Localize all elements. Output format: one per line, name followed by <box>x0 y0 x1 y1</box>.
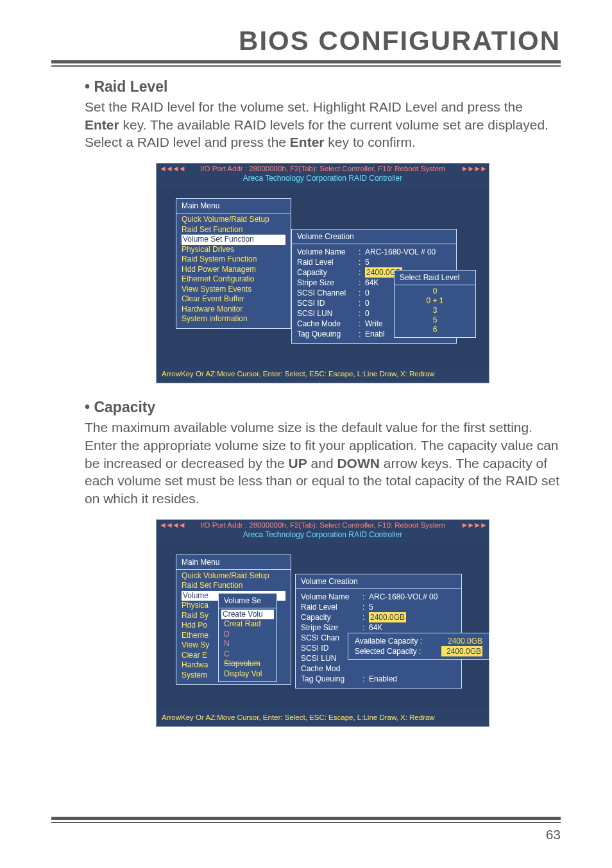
volume-row[interactable]: Raid Level:5 <box>301 602 456 612</box>
menu-item-selected[interactable]: Volume Set Function <box>182 235 285 245</box>
label: Cache Mode <box>297 319 359 329</box>
bios-screenshot-raid-level: ◄◄◄◄ I/O Port Addr : 28000000h, F2(Tab):… <box>156 163 489 383</box>
menu-item[interactable]: View System Events <box>182 285 285 295</box>
volume-set-submenu: Volume Se Create Volu Creat Raid D N C S… <box>218 593 277 683</box>
key-down: DOWN <box>337 456 380 471</box>
submenu-title: Volume Se <box>219 594 276 608</box>
bios-screenshot-capacity: ◄◄◄◄ I/O Port Addr : 28000000h, F2(Tab):… <box>156 519 489 727</box>
label: Stripe Size <box>301 622 362 633</box>
value: 5 <box>369 602 373 612</box>
submenu-item[interactable]: D <box>219 630 276 640</box>
menu-item[interactable]: Quick Volume/Raid Setup <box>182 215 285 225</box>
main-menu-panel: Main Menu Quick Volume/Raid Setup Raid S… <box>176 198 291 329</box>
volume-row[interactable]: Tag Queuing:Enabled <box>301 674 456 684</box>
label: Raid Level <box>301 602 362 612</box>
submenu-item[interactable]: Creat Raid <box>219 619 276 630</box>
bios-topbar: ◄◄◄◄ I/O Port Addr : 28000000h, F2(Tab):… <box>157 520 489 530</box>
label: Capacity <box>301 612 362 622</box>
label: SCSI ID <box>297 298 359 308</box>
volume-row-selected[interactable]: Capacity:2400.0GB <box>301 612 456 622</box>
menu-item[interactable]: Physical Drives <box>182 245 285 255</box>
volume-creation-title: Volume Creation <box>292 230 456 244</box>
label: SCSI LUN <box>297 308 359 319</box>
arrow-right-icon: ►►►► <box>461 164 486 173</box>
label: Available Capacity : <box>355 636 441 646</box>
text: Set the RAID level for the volume set. H… <box>85 99 523 114</box>
volume-creation-title: Volume Creation <box>296 574 461 589</box>
value: 64K <box>365 278 378 288</box>
key-enter: Enter <box>290 135 325 149</box>
bios-footer: ArrowKey Or AZ:Move Cursor, Enter: Selec… <box>157 710 489 726</box>
key-up: UP <box>289 456 307 471</box>
key-enter: Enter <box>85 117 119 132</box>
value: 0 <box>365 298 370 308</box>
main-menu-title: Main Menu <box>176 199 291 213</box>
bios-top-text: I/O Port Addr : 28000000h, F2(Tab): Sele… <box>200 521 445 529</box>
arrow-left-icon: ◄◄◄◄ <box>159 521 185 530</box>
submenu-item[interactable]: C <box>219 649 276 660</box>
divider-thin <box>51 822 561 823</box>
label: Volume Name <box>297 247 359 257</box>
menu-item[interactable]: Raid Set Function <box>182 225 285 235</box>
bios-top-text: I/O Port Addr : 28000000h, F2(Tab): Sele… <box>200 165 445 172</box>
label: Tag Queuing <box>297 329 359 339</box>
menu-item[interactable]: Ethernet Configuratio <box>182 274 285 285</box>
menu-item[interactable]: Clear Event Buffer <box>182 294 285 305</box>
volume-row[interactable]: Raid Level:5 <box>297 257 451 267</box>
paragraph-capacity: The maximum available volume size is the… <box>85 419 561 508</box>
menu-item[interactable]: Hardware Monitor <box>182 305 285 315</box>
menu-item[interactable]: System information <box>182 314 285 324</box>
volume-row[interactable]: Volume Name:ARC-1680-VOL# 00 <box>301 592 456 602</box>
select-raid-level-popup: Select Raid Level 0 0 + 1 3 5 6 <box>394 270 476 338</box>
heading-capacity: • Capacity <box>85 399 561 416</box>
heading-raid-level: • Raid Level <box>85 78 561 96</box>
value: Write <box>365 319 383 329</box>
volume-row[interactable]: Stripe Size:64K <box>301 622 456 633</box>
menu-item[interactable]: Raid Set Function <box>182 581 285 591</box>
label: Selected Capacity : <box>355 646 441 656</box>
page-title: BIOS CONFIGURATION <box>51 26 561 56</box>
submenu-item-selected[interactable]: Create Volu <box>221 610 274 620</box>
raid-option[interactable]: 3 <box>401 306 469 315</box>
popup-title: Select Raid Level <box>395 271 475 285</box>
raid-option[interactable]: 6 <box>401 325 469 335</box>
label: Stripe Size <box>297 278 359 288</box>
label: SCSI Channel <box>297 288 359 298</box>
volume-row[interactable]: Volume Name:ARC-1680-VOL # 00 <box>297 247 451 257</box>
value: 2400.0GB <box>369 612 406 622</box>
text: and <box>307 456 337 471</box>
capacity-popup: Available Capacity : 2400.0GB Selected C… <box>348 633 489 660</box>
volume-row[interactable]: Cache Mod <box>301 664 456 674</box>
label: Raid Level <box>297 257 359 267</box>
value: 64K <box>369 622 382 633</box>
value: 0 <box>365 308 370 319</box>
menu-item[interactable]: Quick Volume/Raid Setup <box>182 571 285 581</box>
raid-option[interactable]: 5 <box>401 315 469 325</box>
bios-subbar: Areca Technology Corporation RAID Contro… <box>157 174 489 187</box>
menu-item[interactable]: Raid System Function <box>182 255 285 265</box>
value: Enabl <box>365 329 385 339</box>
value: Enabled <box>369 674 397 684</box>
value: 2400.0GB <box>441 646 482 656</box>
divider-thick <box>51 60 561 63</box>
value: 5 <box>365 257 370 267</box>
menu-item[interactable]: Hdd Power Managem <box>182 265 285 275</box>
label: Cache Mod <box>301 664 362 674</box>
submenu-item-disabled: Stopvolum <box>219 659 276 669</box>
arrow-left-icon: ◄◄◄◄ <box>159 164 185 173</box>
raid-option[interactable]: 0 <box>401 287 469 296</box>
label: Tag Queuing <box>301 674 362 684</box>
label: Capacity <box>297 267 359 278</box>
main-menu-title: Main Menu <box>176 555 291 570</box>
value: 0 <box>365 288 370 298</box>
value: ARC-1680-VOL # 00 <box>365 247 436 257</box>
selected-capacity-row[interactable]: Selected Capacity : 2400.0GB <box>355 646 482 656</box>
divider-thick <box>51 817 561 820</box>
submenu-item[interactable]: Display Vol <box>219 669 276 680</box>
volume-creation-panel: Volume Creation Volume Name:ARC-1680-VOL… <box>295 574 462 689</box>
value: ARC-1680-VOL# 00 <box>369 592 438 602</box>
page-number: 63 <box>51 827 561 842</box>
raid-option[interactable]: 0 + 1 <box>401 296 469 306</box>
value: 2400.0GB <box>441 636 482 646</box>
submenu-item[interactable]: N <box>219 639 276 649</box>
